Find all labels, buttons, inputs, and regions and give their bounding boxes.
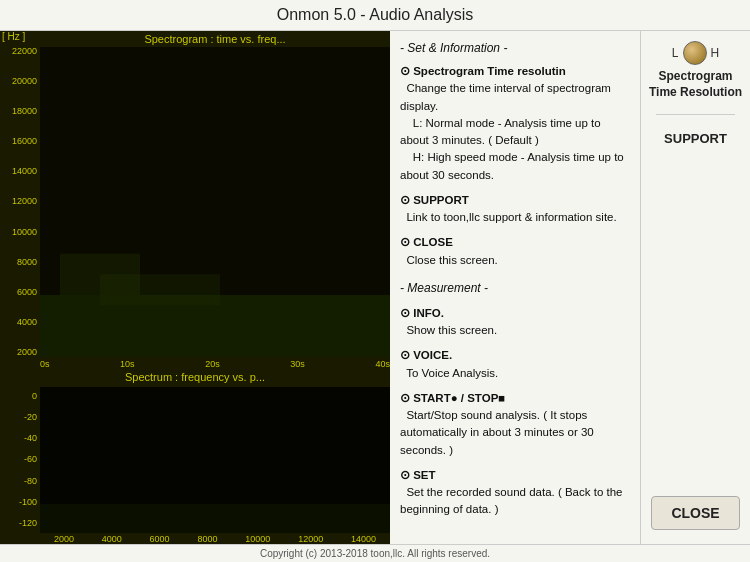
- info-item-support: ⊙ SUPPORT Link to toon,llc support & inf…: [400, 192, 630, 227]
- h-label: H: [711, 46, 720, 60]
- y-label: 2000: [17, 348, 37, 357]
- set-header: - Set & Information -: [400, 39, 630, 57]
- hz-label: [ Hz ]: [2, 31, 25, 42]
- y-label: 8000: [17, 258, 37, 267]
- x-label: 10000: [245, 534, 270, 544]
- spectrogram-lower: 0 -20 -40 -60 -80 -100 -120: [0, 387, 390, 533]
- info-item-start-stop: ⊙ START● / STOP■ Start/Stop sound analys…: [400, 390, 630, 459]
- main-area: [ Hz ] Spectrogram : time vs. freq... 22…: [0, 31, 750, 544]
- spectrogram-time-body: Change the time interval of spectrogram …: [400, 80, 630, 184]
- close-title: ⊙ CLOSE: [400, 234, 630, 251]
- support-body: Link to toon,llc support & information s…: [400, 209, 630, 226]
- info-content[interactable]: - Set & Information - ⊙ Spectrogram Time…: [390, 31, 640, 544]
- spectrogram-area: [ Hz ] Spectrogram : time vs. freq... 22…: [0, 31, 390, 544]
- l-label: L: [672, 46, 679, 60]
- y-label: -100: [19, 498, 37, 507]
- close-button-container: CLOSE: [646, 496, 745, 534]
- voice-title: ⊙ VOICE.: [400, 347, 630, 364]
- svg-rect-3: [100, 274, 220, 305]
- y-axis-upper: 22000 20000 18000 16000 14000 12000 1000…: [0, 47, 40, 357]
- info-item-close: ⊙ CLOSE Close this screen.: [400, 234, 630, 269]
- measurement-header: - Measurement -: [400, 279, 630, 297]
- y-label: 4000: [17, 318, 37, 327]
- sidebar-divider-1: [656, 114, 735, 115]
- spectrum-canvas: [40, 387, 390, 533]
- voice-body: To Voice Analysis.: [400, 365, 630, 382]
- x-label: 40s: [375, 359, 390, 369]
- info-item-info: ⊙ INFO. Show this screen.: [400, 305, 630, 340]
- x-axis-lower: 2000 4000 6000 8000 10000 12000 14000: [0, 534, 390, 544]
- spectrogram-time-title: ⊙ Spectrogram Time resolutin: [400, 63, 630, 80]
- y-label: 14000: [12, 167, 37, 176]
- y-label: -20: [24, 413, 37, 422]
- y-label: -60: [24, 455, 37, 464]
- spectrogram-top-label: Spectrogram : time vs. freq...: [40, 31, 390, 47]
- info-item-voice: ⊙ VOICE. To Voice Analysis.: [400, 347, 630, 382]
- x-axis-upper: 0s 10s 20s 30s 40s: [0, 359, 390, 369]
- start-stop-title: ⊙ START● / STOP■: [400, 390, 630, 407]
- x-label: 4000: [102, 534, 122, 544]
- info-title: ⊙ INFO.: [400, 305, 630, 322]
- x-label: 30s: [290, 359, 305, 369]
- time-resolution-control: L H: [672, 41, 719, 65]
- y-label: 0: [32, 392, 37, 401]
- close-button[interactable]: CLOSE: [651, 496, 740, 530]
- y-label: 16000: [12, 137, 37, 146]
- x-label: 8000: [197, 534, 217, 544]
- y-label: 6000: [17, 288, 37, 297]
- footer: Copyright (c) 2013-2018 toon,llc. All ri…: [0, 544, 750, 562]
- x-label: 2000: [54, 534, 74, 544]
- svg-rect-5: [40, 504, 390, 533]
- x-label: 6000: [150, 534, 170, 544]
- title-bar: Onmon 5.0 - Audio Analysis: [0, 0, 750, 31]
- y-label: -40: [24, 434, 37, 443]
- info-panel: - Set & Information - ⊙ Spectrogram Time…: [390, 31, 640, 544]
- spectrogram-bottom-label: Spectrum : frequency vs. p...: [0, 371, 390, 383]
- y-label: 18000: [12, 107, 37, 116]
- support-title: ⊙ SUPPORT: [400, 192, 630, 209]
- spectrogram-upper: 22000 20000 18000 16000 14000 12000 1000…: [0, 47, 390, 357]
- y-label: 20000: [12, 77, 37, 86]
- y-axis-lower: 0 -20 -40 -60 -80 -100 -120: [0, 387, 40, 533]
- support-button[interactable]: SUPPORT: [664, 127, 727, 150]
- app-title: Onmon 5.0 - Audio Analysis: [277, 6, 474, 23]
- copyright: Copyright (c) 2013-2018 toon,llc. All ri…: [260, 548, 490, 559]
- x-label: 14000: [351, 534, 376, 544]
- y-label: 10000: [12, 228, 37, 237]
- y-label: 22000: [12, 47, 37, 56]
- y-label: -120: [19, 519, 37, 528]
- close-body: Close this screen.: [400, 252, 630, 269]
- info-item-set: ⊙ SET Set the recorded sound data. ( Bac…: [400, 467, 630, 519]
- start-stop-body: Start/Stop sound analysis. ( It stops au…: [400, 407, 630, 459]
- y-label: -80: [24, 477, 37, 486]
- x-label: 0s: [40, 359, 50, 369]
- info-body: Show this screen.: [400, 322, 630, 339]
- time-resolution-label: SpectrogramTime Resolution: [649, 69, 742, 100]
- set-title: ⊙ SET: [400, 467, 630, 484]
- info-item-spectrogram-time: ⊙ Spectrogram Time resolutin Change the …: [400, 63, 630, 184]
- x-label: 10s: [120, 359, 135, 369]
- y-label: 12000: [12, 197, 37, 206]
- right-sidebar: L H SpectrogramTime Resolution SUPPORT C…: [640, 31, 750, 544]
- spectrogram-canvas: [40, 47, 390, 357]
- x-label: 12000: [298, 534, 323, 544]
- set-body: Set the recorded sound data. ( Back to t…: [400, 484, 630, 519]
- x-label: 20s: [205, 359, 220, 369]
- time-resolution-knob[interactable]: [683, 41, 707, 65]
